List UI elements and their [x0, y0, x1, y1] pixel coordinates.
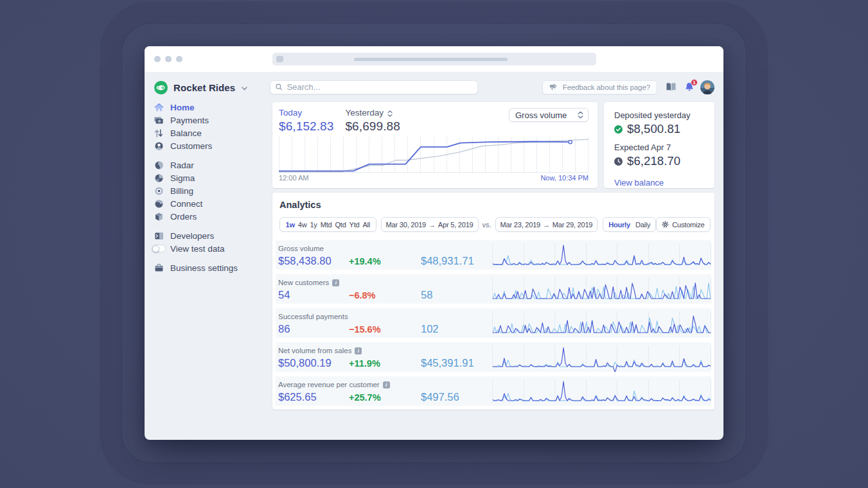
yesterday-metric: Yesterday $6,699.88 [345, 108, 400, 134]
customers-icon [154, 142, 163, 150]
feedback-label: Feedback about this page? [563, 83, 650, 91]
sidebar-item-orders[interactable]: Orders [154, 210, 270, 223]
today-metric: Today $6,152.83 [279, 108, 333, 134]
megaphone-icon [549, 83, 558, 91]
yesterday-label: Yesterday [345, 108, 384, 118]
today-label: Today [279, 108, 333, 118]
sidebar-item-developers[interactable]: Developers [154, 229, 270, 242]
vs-label: vs. [483, 221, 492, 229]
sidebar-item-sigma[interactable]: Sigma [154, 171, 270, 184]
sidebar-item-billing[interactable]: Billing [154, 184, 270, 197]
sidebar-item-customers[interactable]: Customers [154, 139, 270, 152]
gross-volume-card: Today $6,152.83 Yesterday $6,699.88 [272, 102, 598, 188]
metric-sparkline [492, 376, 711, 406]
feedback-button[interactable]: Feedback about this page? [542, 80, 657, 94]
window-dot[interactable] [154, 56, 161, 62]
metric-compare-value: $497.56 [421, 391, 459, 403]
granularity-daily[interactable]: Daily [635, 221, 650, 229]
notification-badge: 1 [691, 79, 698, 86]
window-control-dots [154, 56, 182, 62]
today-value: $6,152.83 [279, 119, 333, 134]
yesterday-value: $6,699.88 [345, 119, 400, 134]
business-settings-icon [154, 264, 163, 272]
range-tab-mtd[interactable]: Mtd [319, 221, 333, 229]
deposited-label: Deposited yesterday [614, 110, 704, 120]
metric-row-successful-payments[interactable]: Successful payments 86 −15.6% 102 [276, 308, 711, 338]
expected-label: Expected Apr 7 [614, 143, 704, 152]
sigma-icon [154, 174, 163, 182]
url-placeholder [354, 58, 508, 61]
metric-select-value: Gross volume [515, 110, 567, 120]
metric-label: Average revenue per customer [278, 381, 380, 388]
x-axis-start-label: 12:00 AM [279, 174, 308, 182]
window-dot[interactable] [165, 56, 172, 62]
sidebar-item-connect[interactable]: Connect [154, 197, 270, 210]
balance-icon [154, 129, 163, 137]
sidebar-item-balance[interactable]: Balance [154, 126, 270, 139]
rocket-rides-logo-icon [154, 81, 168, 94]
customize-button[interactable]: Customize [656, 217, 710, 232]
account-switcher[interactable]: Rocket Rides [154, 80, 270, 95]
metric-row-new-customers[interactable]: New customers i 54 −6.8% 58 [276, 274, 711, 304]
connect-icon [154, 200, 163, 208]
info-icon[interactable]: i [355, 347, 362, 354]
range-from: Mar 30, 2019 [386, 221, 426, 229]
metric-change: +11.9% [349, 358, 421, 369]
sidebar-item-business-settings[interactable]: Business settings [154, 261, 270, 274]
sidebar-item-payments[interactable]: Payments [154, 114, 270, 126]
metric-value: $625.65 [278, 391, 349, 403]
metric-select[interactable]: Gross volume [509, 108, 589, 122]
range-tab-ytd[interactable]: Ytd [348, 221, 361, 229]
range-tab-1w[interactable]: 1w [284, 221, 296, 229]
chevron-down-icon [242, 87, 247, 91]
date-range-tabs: 1w4w1yMtdQtdYtdAll [279, 217, 376, 232]
docs-button[interactable] [666, 83, 676, 91]
updown-chevrons-icon[interactable] [387, 110, 393, 117]
search-field[interactable] [287, 82, 472, 92]
analytics-controls: 1w4w1yMtdQtdYtdAll Mar 30, 2019 → Apr 5,… [279, 217, 707, 232]
test-data-toggle[interactable] [152, 245, 166, 252]
range-tab-1y[interactable]: 1y [308, 221, 319, 229]
metric-change: −15.6% [349, 324, 421, 335]
nav-group-gap [154, 152, 270, 159]
metric-row-gross-volume[interactable]: Gross volume $58,438.80 +19.4% $48,931.7… [276, 240, 711, 270]
balance-card: Deposited yesterday $8,500.81 Expected A… [604, 102, 714, 188]
range-tab-qtd[interactable]: Qtd [333, 221, 348, 229]
search-input[interactable] [270, 80, 478, 94]
granularity-hourly[interactable]: Hourly [608, 221, 630, 229]
search-icon [276, 83, 282, 91]
metric-change: −6.8% [349, 290, 421, 301]
metric-change: +19.4% [349, 256, 421, 266]
metric-value: $58,438.80 [278, 255, 349, 267]
nav-group-gap [154, 255, 270, 261]
topbar: Feedback about this page? 1 [270, 72, 714, 100]
intraday-volume-chart [279, 137, 589, 173]
metric-compare-value: $48,931.71 [421, 255, 474, 267]
dashboard-content: Today $6,152.83 Yesterday $6,699.88 [272, 100, 714, 410]
sidebar-item-radar[interactable]: Radar [154, 159, 270, 171]
select-chevrons-icon [578, 111, 583, 119]
sidebar-item-test-data[interactable]: View test data [154, 242, 270, 255]
info-icon[interactable]: i [383, 381, 390, 388]
window-dot[interactable] [176, 56, 182, 62]
metric-value: $50,800.19 [278, 357, 349, 369]
user-avatar[interactable] [700, 80, 714, 94]
metric-value: 86 [278, 323, 349, 335]
billing-icon [154, 187, 163, 195]
range-to: Apr 5, 2019 [438, 221, 474, 229]
deposited-value: $8,500.81 [627, 122, 680, 136]
view-balance-link[interactable]: View balance [614, 178, 664, 187]
range-tab-all[interactable]: All [361, 221, 372, 229]
address-bar[interactable] [272, 53, 596, 65]
range-tab-4w[interactable]: 4w [296, 221, 308, 229]
notifications-button[interactable]: 1 [685, 82, 694, 92]
info-icon[interactable]: i [332, 279, 339, 286]
metric-row-net-volume-from-sales[interactable]: Net volume from sales i $50,800.19 +11.9… [276, 342, 711, 372]
sidebar-item-home[interactable]: Home [154, 101, 270, 114]
metric-row-average-revenue-per-customer[interactable]: Average revenue per customer i $625.65 +… [276, 376, 711, 406]
metric-sparkline [492, 308, 711, 338]
compare-date-range[interactable]: Mar 23, 2019 → Mar 29, 2019 [495, 217, 598, 232]
expected-value: $6,218.70 [627, 154, 680, 168]
primary-date-range[interactable]: Mar 30, 2019 → Apr 5, 2019 [381, 217, 479, 232]
developers-icon [154, 232, 163, 240]
